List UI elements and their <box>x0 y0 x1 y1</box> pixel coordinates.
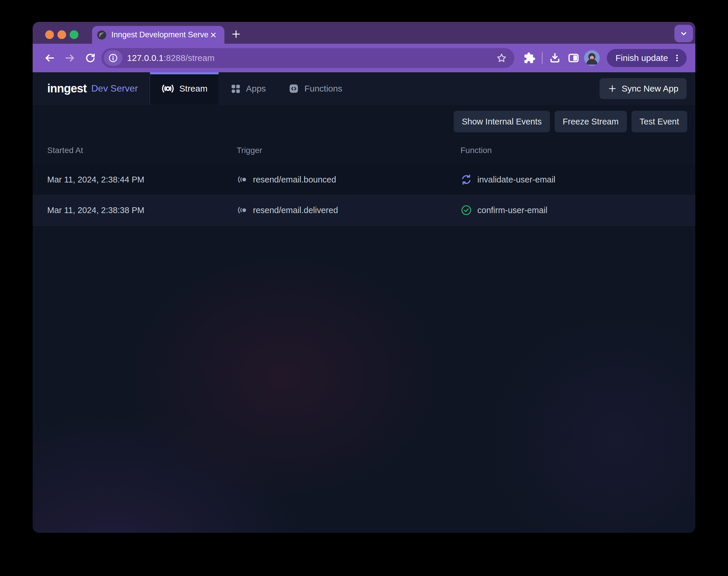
inngest-app: inngest Dev Server Stream <box>33 72 695 533</box>
sync-new-app-button[interactable]: Sync New App <box>600 78 687 99</box>
extensions-icon[interactable] <box>523 51 536 65</box>
apps-icon <box>230 83 241 94</box>
finish-update-button[interactable]: Finish update <box>607 49 687 67</box>
window-controls <box>45 30 78 39</box>
url-host: 127.0.0.1 <box>127 53 164 63</box>
column-function: Function <box>461 146 695 155</box>
freeze-stream-button[interactable]: Freeze Stream <box>555 111 627 132</box>
bookmark-star-icon[interactable] <box>495 51 508 65</box>
tab-strip: Inngest Development Server <box>33 22 695 44</box>
side-panel-icon[interactable] <box>566 51 581 65</box>
inngest-logo: inngest <box>47 82 87 95</box>
table-row[interactable]: Mar 11, 2024, 2:38:38 PM resend/email.de… <box>33 195 695 226</box>
tab-list-chevron-button[interactable] <box>674 25 693 42</box>
window-zoom-button[interactable] <box>70 30 78 39</box>
trigger-name: resend/email.bounced <box>253 175 336 184</box>
running-status-icon <box>461 174 472 185</box>
app-header: inngest Dev Server Stream <box>33 72 695 105</box>
downloads-icon[interactable] <box>548 51 562 65</box>
window-minimize-button[interactable] <box>57 30 66 39</box>
browser-toolbar: 127.0.0.1:8288/stream <box>33 44 695 72</box>
started-at-cell: Mar 11, 2024, 2:38:38 PM <box>47 205 237 215</box>
brand: inngest Dev Server <box>47 72 138 105</box>
tab-close-icon[interactable] <box>208 30 219 40</box>
address-bar[interactable]: 127.0.0.1:8288/stream <box>101 48 514 68</box>
window-close-button[interactable] <box>45 30 54 39</box>
function-cell: confirm-user-email <box>461 204 695 216</box>
site-info-chip[interactable] <box>104 50 122 66</box>
show-internal-events-button[interactable]: Show Internal Events <box>454 111 550 132</box>
trigger-cell: resend/email.bounced <box>237 174 461 185</box>
tab-title: Inngest Development Server <box>111 30 208 39</box>
tab-apps[interactable]: Apps <box>219 72 277 105</box>
new-tab-button[interactable] <box>230 28 242 40</box>
table-row[interactable]: Mar 11, 2024, 2:38:44 PM resend/email.bo… <box>33 165 695 195</box>
toolbar-divider <box>542 52 543 64</box>
trigger-name: resend/email.delivered <box>253 205 338 215</box>
functions-icon <box>288 83 299 94</box>
function-cell: invalidate-user-email <box>461 174 695 185</box>
event-trigger-icon <box>237 174 248 185</box>
plus-icon <box>608 84 617 93</box>
finish-update-label: Finish update <box>615 53 668 63</box>
stream-actions: Show Internal Events Freeze Stream Test … <box>33 105 695 132</box>
trigger-cell: resend/email.delivered <box>237 205 461 216</box>
tab-stream-label: Stream <box>179 84 207 93</box>
tab-functions-label: Functions <box>304 84 342 93</box>
function-name: invalidate-user-email <box>477 175 555 184</box>
column-started-at: Started At <box>47 146 237 155</box>
reload-button[interactable] <box>83 51 97 65</box>
column-trigger: Trigger <box>237 146 461 155</box>
profile-avatar[interactable] <box>584 50 600 66</box>
test-event-button[interactable]: Test Event <box>632 111 687 132</box>
table-header: Started At Trigger Function <box>33 137 695 165</box>
tab-apps-label: Apps <box>246 84 266 93</box>
started-at-cell: Mar 11, 2024, 2:38:44 PM <box>47 175 237 184</box>
kebab-menu-icon[interactable] <box>673 54 681 62</box>
tab-favicon-icon <box>97 30 107 40</box>
url-path: :8288/stream <box>164 53 214 63</box>
function-name: confirm-user-email <box>477 205 547 215</box>
forward-button[interactable] <box>63 51 77 65</box>
sync-new-app-label: Sync New App <box>622 84 678 93</box>
event-trigger-icon <box>237 205 248 216</box>
tab-functions[interactable]: Functions <box>277 72 353 105</box>
browser-tab[interactable]: Inngest Development Server <box>92 26 225 44</box>
tab-stream[interactable]: Stream <box>150 72 219 105</box>
dev-server-label: Dev Server <box>91 83 138 94</box>
stream-icon <box>161 82 175 95</box>
browser-window: Inngest Development Server <box>33 22 695 533</box>
url-text: 127.0.0.1:8288/stream <box>127 53 495 63</box>
back-button[interactable] <box>42 51 57 65</box>
completed-status-icon <box>461 204 472 216</box>
